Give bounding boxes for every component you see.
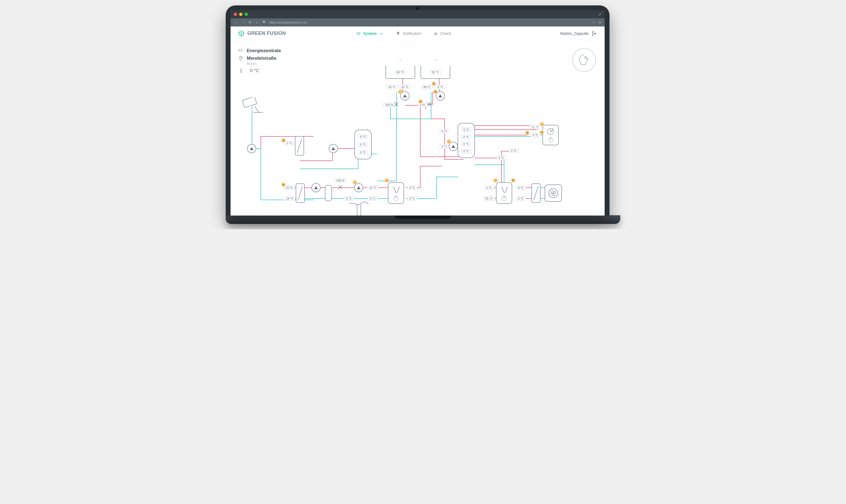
alert-icon[interactable] [540, 122, 544, 126]
buffer-tank-a[interactable]: 0 °C 0 °C 0 °C [354, 130, 372, 159]
alert-icon[interactable] [447, 139, 451, 144]
svg-rect-3 [434, 34, 435, 35]
label-hp-left-out1: 0 °C [368, 196, 377, 201]
label-building-a-temp: 60 °C [394, 70, 406, 74]
heat-exchanger-right[interactable] [531, 183, 541, 203]
nav-home-icon[interactable]: ⌂ [255, 20, 259, 24]
bell-icon [396, 31, 401, 36]
wrench-icon[interactable] [431, 82, 436, 86]
browser-toolbar: ← → ⟳ ⌂ 🔍 https://www.greenfusion.com ♡ … [231, 18, 605, 26]
solar-panel-icon [241, 97, 263, 113]
label-hpr-out2: 0 °C [516, 196, 526, 201]
valve-b[interactable] [426, 101, 433, 108]
wrench-icon[interactable] [540, 130, 544, 134]
svg-rect-5 [437, 33, 437, 35]
svg-point-1 [357, 34, 357, 35]
geothermal-icon [350, 201, 368, 216]
buffer-tank-b[interactable]: 0 °C 0 °C 0 °C 0 °C [458, 123, 475, 158]
label-buffer-a-t3: 0 °C [358, 150, 368, 155]
search-icon: 🔍 [262, 20, 266, 24]
wrench-icon[interactable] [525, 131, 529, 135]
alert-icon[interactable] [398, 90, 403, 94]
alert-icon[interactable] [385, 178, 389, 183]
valve-a[interactable] [393, 101, 400, 108]
label-bb-left-out: 0 °C [440, 144, 450, 148]
label-buffer-b-t1: 0 °C [461, 127, 471, 132]
wrench-icon[interactable] [281, 183, 286, 187]
label-buffer-b-t2: 0 °C [461, 135, 471, 139]
user-menu[interactable]: Matteo_Zappulla [560, 31, 597, 36]
boiler-unit[interactable] [543, 125, 559, 145]
heat-exchanger-ground[interactable] [296, 183, 305, 203]
system-icon [356, 31, 361, 36]
address-url[interactable]: https://www.greenfusion.com [269, 21, 307, 24]
label-building-b-temp: 50 °C [430, 70, 441, 74]
valve-geo[interactable] [337, 184, 343, 191]
label-boiler-return: 0 °C [531, 133, 540, 137]
pump-hp-left[interactable] [354, 183, 363, 192]
label-hpr-in1: 3 °C [484, 185, 494, 190]
power-icon [548, 138, 553, 142]
flame-icon [547, 128, 554, 136]
label-hp-left-s1: 0 °C [407, 185, 417, 190]
label-ba-supply: 33 °C [386, 85, 398, 89]
label-ba-return: 10 °C [399, 85, 410, 89]
wrench-icon[interactable] [281, 138, 286, 143]
label-geo-valve: 100 % [334, 178, 346, 183]
heat-pump-left[interactable] [388, 182, 404, 204]
heart-icon[interactable]: ♡ [592, 20, 595, 24]
label-right-mid-b: 0 °C [496, 156, 506, 160]
brand[interactable]: GREEN FUSION [238, 30, 286, 37]
pump-solar[interactable] [247, 144, 256, 153]
window-controls[interactable] [234, 13, 248, 16]
label-hpr-out1: 0 °C [516, 185, 526, 190]
app-topnav: GREEN FUSION System Notification Charts [231, 26, 605, 40]
nav-reload-icon[interactable]: ⟳ [248, 20, 252, 24]
svg-point-10 [429, 104, 430, 105]
tab-system[interactable]: System [356, 31, 384, 36]
label-hpr-in2: 55 °C [483, 196, 495, 201]
chevron-down-icon [379, 31, 384, 36]
fan-icon [548, 188, 559, 199]
power-icon [501, 196, 507, 201]
svg-rect-11 [242, 97, 257, 108]
heat-exchanger-solar[interactable] [295, 136, 304, 156]
wrench-icon[interactable] [418, 100, 423, 104]
svg-point-0 [357, 32, 357, 33]
menu-icon[interactable]: ≡ [599, 20, 601, 24]
nav-forward-icon[interactable]: → [241, 20, 245, 24]
heat-pump-right[interactable] [496, 182, 512, 204]
label-bb-left-in: 0 °C [440, 129, 450, 133]
label-hp-left-s2: 0 °C [407, 196, 417, 201]
svg-point-12 [340, 187, 341, 188]
wrench-icon[interactable] [433, 90, 438, 94]
filter-unit[interactable] [325, 185, 332, 201]
tab-charts[interactable]: Charts [433, 31, 452, 36]
label-geo-mix: 0 °C [344, 196, 354, 201]
building-b: 50 °C [421, 60, 450, 79]
label-bb-return: 0 °C [436, 85, 445, 89]
svg-point-9 [396, 104, 397, 105]
hp-icon [500, 185, 508, 194]
window-titlebar: ⤢ [231, 10, 605, 18]
label-buffer-b-t3: 0 °C [461, 142, 471, 146]
fullscreen-icon[interactable]: ⤢ [598, 13, 601, 17]
svg-rect-4 [436, 32, 436, 35]
alert-icon[interactable] [493, 178, 498, 183]
fan-unit[interactable] [545, 184, 562, 202]
pump-buffer-a[interactable] [329, 144, 338, 153]
label-buffer-b-t4: 0 °C [461, 149, 471, 154]
label-boiler-supply: 11 °C [530, 125, 541, 129]
logo-icon [238, 30, 245, 37]
wrench-icon[interactable] [511, 178, 515, 183]
charts-icon [433, 31, 438, 36]
label-buffer-a-t2: 0 °C [358, 142, 368, 147]
logout-icon [592, 31, 597, 36]
building-a: 60 °C [385, 60, 415, 79]
tab-notification[interactable]: Notification [396, 31, 421, 36]
nav-back-icon[interactable]: ← [234, 20, 237, 24]
label-buffer-a-t1: 0 °C [358, 134, 368, 139]
alert-icon[interactable] [353, 180, 357, 184]
label-solar-t2: 23 °C [284, 185, 295, 190]
pump-ground[interactable] [311, 183, 320, 192]
